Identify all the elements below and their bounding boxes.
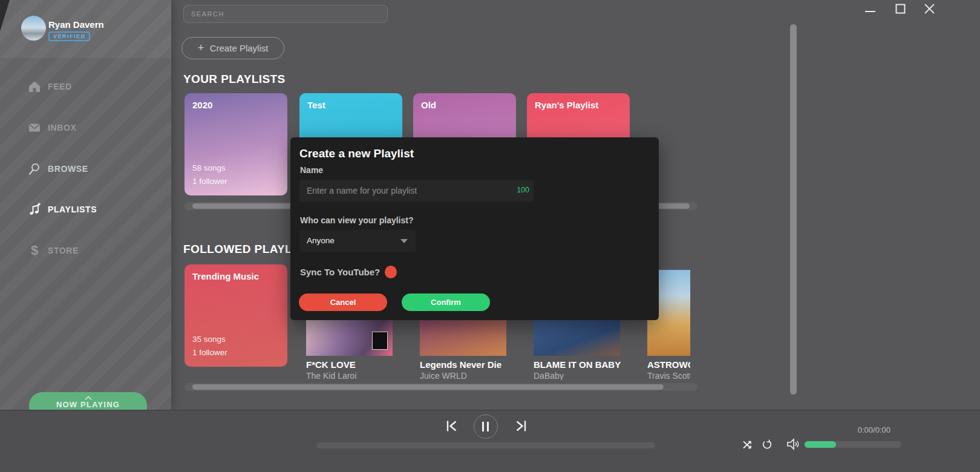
album-artist: DaBaby [534, 371, 624, 380]
maximize-button[interactable] [886, 0, 914, 19]
sidebar-item-label: STORE [48, 246, 79, 255]
album-title: BLAME IT ON BABY [534, 359, 624, 370]
confirm-button[interactable]: Confirm [402, 293, 490, 311]
playlist-name-input[interactable] [299, 180, 534, 202]
create-playlist-button[interactable]: + Create Playlist [181, 37, 284, 59]
close-button[interactable] [915, 0, 943, 19]
sidebar-item-feed[interactable]: FEED [0, 79, 171, 99]
volume-fill [805, 441, 836, 448]
vertical-scrollbar[interactable] [790, 24, 797, 395]
close-icon [924, 4, 935, 16]
your-playlists-heading: YOUR PLAYLISTS [183, 73, 286, 86]
home-icon [28, 80, 41, 93]
create-playlist-label: Create Playlist [210, 43, 269, 53]
album-artist: The Kid Laroi [306, 371, 393, 380]
minimize-button[interactable] [857, 0, 884, 19]
sync-youtube-toggle[interactable] [385, 266, 397, 278]
volume-slider[interactable] [805, 441, 901, 448]
sidebar-item-playlists[interactable]: PLAYLISTS [0, 202, 171, 222]
playlist-song-count: 35 songs [192, 335, 226, 344]
sidebar-item-browse[interactable]: BROWSE [0, 161, 171, 182]
playlist-name: Test [307, 100, 325, 110]
seek-bar[interactable] [316, 442, 655, 448]
app-window: + Create Playlist YOUR PLAYLISTS 2020 58… [0, 0, 980, 472]
pause-button[interactable] [474, 415, 498, 439]
visibility-label: Who can view your playlist? [300, 215, 413, 225]
now-playing-label: NOW PLAYING [29, 400, 147, 409]
album-artist: Travis Scott [647, 371, 690, 380]
playlist-name: 2020 [192, 100, 212, 110]
cancel-button[interactable]: Cancel [299, 293, 387, 311]
album-title: F*CK LOVE [306, 359, 393, 370]
playlist-name: Trending Music [192, 271, 259, 281]
album-title: Legends Never Die [420, 359, 517, 370]
search-icon [28, 162, 41, 175]
album-title: ASTROWORLD [647, 359, 690, 370]
next-track-button[interactable] [514, 419, 528, 436]
visibility-select[interactable]: Anyone [299, 230, 416, 252]
create-playlist-modal: Create a new Playlist Name 100 Who can v… [290, 137, 659, 320]
visibility-selected-value: Anyone [307, 236, 335, 245]
playback-time: 0:00/0:00 [833, 425, 890, 434]
playlist-card-trending-music[interactable]: Trending Music 35 songs 1 follower [185, 264, 287, 367]
player-bar: 0:00/0:00 [0, 410, 980, 472]
user-name: Ryan Davern [48, 19, 104, 30]
sidebar-item-store[interactable]: $ STORE [0, 243, 171, 263]
user-profile[interactable]: Ryan Davern VERIFIED [0, 0, 171, 58]
search-input[interactable] [183, 5, 388, 23]
shuffle-icon[interactable] [742, 439, 753, 453]
maximize-icon [895, 4, 906, 16]
pause-icon [482, 422, 484, 431]
verified-badge: VERIFIED [48, 31, 90, 41]
sidebar: Ryan Davern VERIFIED FEED INBOX BROWSE [0, 0, 171, 410]
followed-playlists-scrollbar[interactable] [185, 383, 697, 391]
sidebar-item-label: FEED [48, 82, 72, 91]
sidebar-item-label: BROWSE [48, 164, 88, 174]
chevron-down-icon [400, 239, 408, 243]
envelope-icon [28, 121, 41, 134]
chars-remaining-counter: 100 [499, 186, 529, 194]
previous-track-button[interactable] [445, 419, 459, 436]
dollar-icon: $ [28, 244, 41, 257]
album-artist: Juice WRLD [420, 371, 517, 380]
sidebar-item-label: PLAYLISTS [48, 205, 97, 214]
playlist-name: Old [421, 100, 436, 110]
music-note-plus-icon [28, 203, 41, 216]
playlist-name: Ryan's Playlist [535, 100, 598, 110]
repeat-icon[interactable] [761, 439, 772, 453]
minimize-icon [865, 4, 876, 15]
corner-decoration [0, 0, 10, 31]
avatar [21, 16, 46, 41]
name-label: Name [300, 165, 323, 175]
scrollbar-thumb[interactable] [192, 384, 664, 390]
volume-icon[interactable] [786, 438, 800, 453]
modal-title: Create a new Playlist [299, 147, 414, 160]
sidebar-item-label: INBOX [48, 123, 76, 133]
pause-icon [487, 422, 489, 431]
playlist-follower-count: 1 follower [192, 348, 227, 357]
playlist-follower-count: 1 follower [192, 177, 227, 186]
plus-icon: + [198, 41, 204, 54]
sidebar-item-inbox[interactable]: INBOX [0, 120, 171, 140]
playlist-song-count: 58 songs [192, 163, 226, 172]
sync-youtube-label: Sync To YouTube? [300, 267, 380, 277]
playlist-card-2020[interactable]: 2020 58 songs 1 follower [185, 93, 287, 195]
